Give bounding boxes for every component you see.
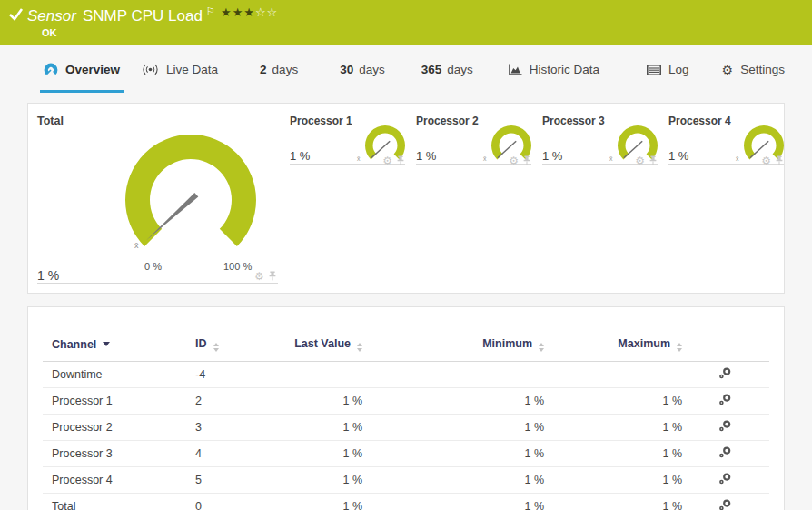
sort-icon (357, 343, 362, 352)
area-chart-icon (508, 64, 522, 76)
column-header-channel[interactable]: Channel (43, 331, 195, 362)
channel-id-cell: -4 (195, 362, 275, 388)
channel-gear-icon[interactable]: ⚙ (382, 156, 392, 165)
channel-name-cell[interactable]: Processor 2 (43, 415, 195, 441)
processor-gauge-value: 1 % (542, 149, 562, 163)
sort-icon (677, 343, 682, 352)
last-value-cell: 1 % (275, 467, 362, 494)
pin-icon[interactable] (396, 155, 405, 165)
channel-gear-icon[interactable]: ⚙ (509, 156, 519, 165)
minimum-cell: 1 % (362, 415, 544, 441)
channel-gear-icon[interactable]: ⚙ (761, 156, 771, 165)
column-header-maximum[interactable]: Maximum (544, 331, 682, 362)
tab-number: 365 (421, 63, 442, 76)
sort-desc-icon (103, 342, 110, 346)
processor-gauge-label: Processor 2 (416, 115, 479, 127)
column-header-label: Channel (52, 338, 96, 351)
tab-settings[interactable]: ⚙ Settings (722, 45, 785, 95)
gear-icon: ⚙ (722, 63, 734, 77)
processor-1-tile: Processor 1 1 % x̄ ⚙ (290, 104, 405, 293)
minimum-cell: 1 % (362, 467, 544, 494)
pin-icon[interactable] (522, 155, 531, 165)
channel-settings-icon[interactable] (718, 420, 731, 435)
table-row[interactable]: Downtime -4 (43, 362, 769, 388)
status-badge: OK (42, 27, 57, 38)
last-value-cell: 1 % (275, 388, 362, 415)
channel-settings-icon[interactable] (718, 394, 731, 408)
channel-name-cell[interactable]: Processor 3 (43, 441, 195, 467)
minimum-cell (362, 362, 544, 388)
processor-gauge-value: 1 % (290, 149, 310, 163)
maximum-cell: 1 % (544, 494, 682, 510)
channel-id-cell: 0 (195, 494, 275, 510)
channel-id-cell: 5 (195, 467, 275, 494)
tab-30-days[interactable]: 30 days (340, 45, 385, 95)
channel-id-cell: 2 (195, 388, 275, 415)
column-header-label: Last Value (294, 337, 351, 350)
tab-number: 2 (260, 63, 267, 76)
sensor-titlebar: SensorSNMP CPU Load⚐ ★★★☆☆ OK (0, 0, 812, 45)
tab-2-days[interactable]: 2 days (260, 45, 298, 95)
tile-divider (37, 283, 278, 284)
tab-historic-data[interactable]: Historic Data (508, 45, 599, 95)
channel-table-panel: Channel ID Last Value Minimum Maximum Do… (27, 306, 785, 510)
page-title: SensorSNMP CPU Load⚐ (27, 5, 215, 25)
maximum-cell (544, 362, 682, 388)
sensor-name: SNMP CPU Load (83, 7, 203, 25)
channel-gear-icon[interactable]: ⚙ (254, 272, 264, 281)
tile-actions: ⚙ (254, 271, 277, 281)
table-row[interactable]: Processor 3 4 1 % 1 % 1 % (43, 441, 769, 467)
channel-name-cell[interactable]: Processor 1 (43, 388, 195, 415)
tab-label: Settings (740, 63, 785, 76)
minimum-cell: 1 % (362, 441, 544, 467)
channel-name-cell[interactable]: Downtime (43, 362, 195, 388)
minimum-cell: 1 % (362, 494, 544, 510)
tab-overview[interactable]: Overview (44, 45, 120, 95)
tab-live-data[interactable]: Live Data (142, 45, 218, 95)
channel-id-cell: 3 (195, 415, 275, 441)
table-row[interactable]: Processor 1 2 1 % 1 % 1 % (43, 388, 769, 415)
pin-icon[interactable] (775, 155, 784, 165)
mean-marker: x̄ (483, 155, 487, 162)
processor-3-tile: Processor 3 1 % x̄ ⚙ (542, 104, 658, 293)
tab-365-days[interactable]: 365 days (421, 45, 473, 95)
channel-settings-icon[interactable] (718, 446, 731, 461)
processor-gauge-value: 1 % (668, 149, 688, 163)
tab-label: Log (668, 63, 689, 76)
maximum-cell: 1 % (544, 388, 682, 415)
tab-log[interactable]: Log (647, 45, 689, 95)
table-row[interactable]: Processor 4 5 1 % 1 % 1 % (43, 467, 769, 494)
last-value-cell: 1 % (275, 415, 362, 441)
channel-settings-icon[interactable] (718, 473, 731, 487)
total-gauge-value: 1 % (37, 268, 59, 283)
channel-gear-icon[interactable]: ⚙ (635, 156, 645, 165)
sort-icon (539, 343, 544, 352)
flag-icon[interactable]: ⚐ (206, 5, 215, 17)
channel-name-cell[interactable]: Processor 4 (43, 467, 195, 494)
tile-actions: ⚙ (761, 155, 784, 165)
tab-label: Historic Data (530, 63, 599, 76)
column-header-id[interactable]: ID (195, 331, 275, 362)
broadcast-icon (142, 64, 159, 75)
table-row[interactable]: Processor 2 3 1 % 1 % 1 % (43, 415, 769, 441)
pin-icon[interactable] (649, 155, 658, 165)
priority-stars-filled: ★★★ (221, 5, 255, 19)
channel-settings-icon[interactable] (718, 499, 731, 510)
table-row[interactable]: Total 0 1 % 1 % 1 % (43, 494, 769, 510)
sort-icon (213, 343, 219, 352)
column-header-last-value[interactable]: Last Value (275, 331, 362, 362)
processor-gauge-value: 1 % (416, 149, 436, 163)
pin-icon[interactable] (268, 271, 277, 281)
channel-settings-icon[interactable] (718, 367, 731, 382)
column-header-minimum[interactable]: Minimum (362, 331, 544, 362)
tab-label: days (447, 63, 473, 76)
priority-stars[interactable]: ★★★☆☆ (221, 5, 278, 19)
last-value-cell (275, 362, 362, 388)
status-check-icon (8, 7, 24, 21)
mean-marker: x̄ (134, 241, 139, 250)
maximum-cell: 1 % (544, 467, 682, 494)
overview-content: Total x̄ 1 % 0 % 100 % ⚙ Processor 1 1 %… (0, 95, 812, 510)
channel-name-cell[interactable]: Total (43, 494, 195, 510)
tile-actions: ⚙ (635, 155, 658, 165)
tile-actions: ⚙ (509, 155, 531, 165)
